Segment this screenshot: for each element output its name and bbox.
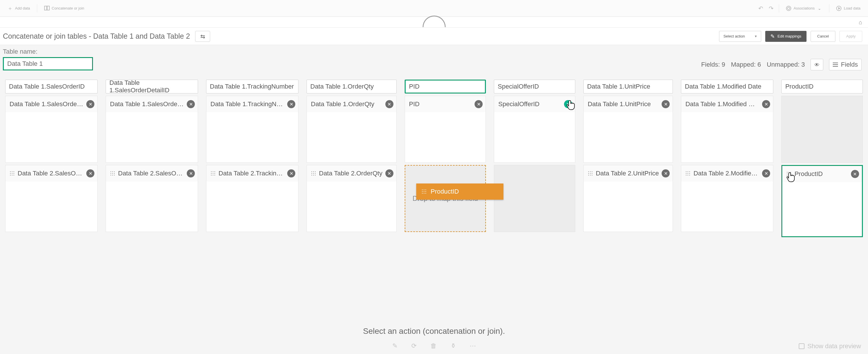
source-table2-slot[interactable]: Data Table 2.OrderQty✕ xyxy=(307,165,397,232)
remove-field-icon[interactable]: ✕ xyxy=(385,169,394,178)
redo-button[interactable] xyxy=(768,6,774,11)
mapping-column: Data Table 1.Modified DateData Table 1.M… xyxy=(681,79,773,232)
drag-handle-icon[interactable] xyxy=(311,171,316,176)
concat-icon xyxy=(44,6,49,11)
source-table1-slot[interactable]: Data Table 1.OrderQty✕ xyxy=(307,96,397,163)
preview-toggle-button[interactable] xyxy=(811,59,823,70)
refresh-icon[interactable]: ⟳ xyxy=(411,342,416,350)
remove-field-icon[interactable]: ✕ xyxy=(86,169,94,178)
cancel-button[interactable]: Cancel xyxy=(811,31,835,42)
remove-field-icon[interactable]: ✕ xyxy=(661,169,670,178)
remove-field-icon[interactable]: ✕ xyxy=(187,100,195,108)
mapping-column: Data Table 1.SalesOrderDetailIDData Tabl… xyxy=(106,79,198,232)
topbar: Add data Concatenate or join Association… xyxy=(0,0,868,17)
filter-icon[interactable]: ⚱ xyxy=(451,342,456,350)
swap-tables-button[interactable]: ⇆ xyxy=(195,31,210,42)
field-chip[interactable]: Data Table 1.UnitPrice✕ xyxy=(584,96,673,112)
field-chip[interactable]: Data Table 2.SalesOr…✕ xyxy=(106,165,198,182)
source-table1-slot[interactable]: Data Table 1.UnitPrice✕ xyxy=(583,96,673,163)
column-header-input[interactable]: Data Table 1.OrderQty xyxy=(307,79,397,94)
associations-button[interactable]: Associations xyxy=(784,0,824,18)
load-data-button[interactable]: Load data xyxy=(835,0,862,18)
more-icon[interactable]: ⋯ xyxy=(470,342,476,350)
remove-field-icon[interactable]: ✕ xyxy=(661,100,670,108)
column-header-input[interactable]: Data Table 1.Modified Date xyxy=(681,79,773,94)
field-chip[interactable]: Data Table 2.OrderQty✕ xyxy=(307,165,396,182)
cursor-indicator xyxy=(786,171,797,183)
remove-field-icon[interactable]: ✕ xyxy=(287,169,295,178)
source-table1-slot[interactable] xyxy=(781,96,863,163)
table-name-input[interactable]: Data Table 1 xyxy=(3,57,93,70)
drag-handle-icon[interactable] xyxy=(9,171,15,176)
source-table1-slot[interactable]: Data Table 1.SalesOrderID✕ xyxy=(5,96,98,163)
column-header-input[interactable]: SpecialOfferID xyxy=(494,79,575,94)
field-chip[interactable]: Data Table 1.SalesOrderID✕ xyxy=(5,96,97,112)
drag-handle-icon[interactable] xyxy=(110,171,115,176)
mapping-column: Data Table 1.SalesOrderIDData Table 1.Sa… xyxy=(5,79,98,232)
remove-field-icon[interactable]: ✕ xyxy=(474,100,483,108)
remove-field-icon[interactable]: ✕ xyxy=(762,169,770,178)
field-chip[interactable]: PID✕ xyxy=(405,96,486,112)
source-table2-slot[interactable] xyxy=(494,165,575,232)
show-data-preview[interactable]: Show data preview xyxy=(799,343,861,350)
source-table2-slot[interactable]: Drop to map this fieldProductID xyxy=(405,165,486,232)
edit-icon[interactable]: ✎ xyxy=(392,342,398,350)
source-table2-slot[interactable]: Data Table 2.UnitPrice✕ xyxy=(583,165,673,232)
source-table2-slot[interactable]: Data Table 2.Modifie…✕ xyxy=(681,165,773,232)
source-table2-slot[interactable]: Data Table 2.SalesOr…✕ xyxy=(5,165,98,232)
table-name-label: Table name: xyxy=(3,48,862,55)
drag-handle-icon[interactable] xyxy=(685,171,690,176)
remove-field-icon[interactable]: ✕ xyxy=(762,100,770,108)
delete-icon[interactable]: 🗑 xyxy=(430,342,437,350)
field-chip[interactable]: Data Table 1.TrackingNu…✕ xyxy=(207,96,298,112)
field-chip-label: Data Table 1.UnitPrice xyxy=(588,100,659,108)
remove-field-icon[interactable]: ✕ xyxy=(187,169,195,178)
field-chip[interactable]: Data Table 1.SalesOrder…✕ xyxy=(106,96,198,112)
source-table2-slot[interactable]: ProductID✕ xyxy=(781,165,863,237)
fields-menu-button[interactable]: Fields xyxy=(829,59,862,70)
expand-panel-handle[interactable] xyxy=(423,15,446,27)
undo-button[interactable] xyxy=(758,6,763,11)
source-table1-slot[interactable]: SpecialOfferID✕ xyxy=(494,96,575,163)
field-chip[interactable]: Data Table 2.SalesOr…✕ xyxy=(5,165,97,182)
drag-ghost: ProductID xyxy=(416,184,503,200)
unmapped-count: Unmapped: 3 xyxy=(767,61,805,68)
field-chip[interactable]: Data Table 1.Modified Date✕ xyxy=(681,96,773,112)
column-header-input[interactable]: Data Table 1.UnitPrice xyxy=(583,79,673,94)
field-chip-label: PID xyxy=(409,100,472,108)
home-button[interactable]: ⌂ xyxy=(859,19,862,26)
remove-field-icon[interactable]: ✕ xyxy=(385,100,394,108)
remove-field-icon[interactable]: ✕ xyxy=(851,170,859,178)
field-chip[interactable]: Data Table 2.Modifie…✕ xyxy=(681,165,773,182)
column-header-input[interactable]: Data Table 1.SalesOrderDetailID xyxy=(106,79,198,94)
column-header-input[interactable]: PID xyxy=(405,79,486,94)
eye-icon xyxy=(814,61,819,68)
fields-count: Fields: 9 xyxy=(701,61,725,68)
field-chip-label: SpecialOfferID xyxy=(498,100,561,108)
source-table1-slot[interactable]: Data Table 1.SalesOrder…✕ xyxy=(106,96,198,163)
remove-field-icon[interactable]: ✕ xyxy=(287,100,295,108)
edit-mappings-button[interactable]: Edit mappings xyxy=(765,31,807,42)
remove-field-icon[interactable]: ✕ xyxy=(86,100,94,108)
field-chip[interactable]: Data Table 2.UnitPrice✕ xyxy=(584,165,673,182)
source-table1-slot[interactable]: PID✕ xyxy=(405,96,486,163)
source-table2-slot[interactable]: Data Table 2.Trackin…✕ xyxy=(206,165,299,232)
field-chip[interactable]: SpecialOfferID✕ xyxy=(494,96,575,112)
play-icon xyxy=(836,6,841,11)
pencil-icon xyxy=(770,33,775,39)
column-header-input[interactable]: Data Table 1.SalesOrderID xyxy=(5,79,98,94)
add-data-button[interactable]: Add data xyxy=(6,0,32,18)
concat-join-button[interactable]: Concatenate or join xyxy=(42,0,86,18)
cursor-indicator xyxy=(566,99,577,110)
column-header-input[interactable]: Data Table 1.TrackingNumber xyxy=(206,79,299,94)
action-row: Concatenate or join tables - Data Table … xyxy=(0,28,868,45)
source-table2-slot[interactable]: Data Table 2.SalesOr…✕ xyxy=(106,165,198,232)
source-table1-slot[interactable]: Data Table 1.Modified Date✕ xyxy=(681,96,773,163)
column-header-input[interactable]: ProductID xyxy=(781,79,863,94)
source-table1-slot[interactable]: Data Table 1.TrackingNu…✕ xyxy=(206,96,299,163)
field-chip[interactable]: Data Table 2.Trackin…✕ xyxy=(207,165,298,182)
drag-handle-icon[interactable] xyxy=(211,171,216,176)
field-chip[interactable]: Data Table 1.OrderQty✕ xyxy=(307,96,396,112)
select-action-dropdown[interactable]: Select action ▾ xyxy=(719,31,761,42)
drag-handle-icon[interactable] xyxy=(588,171,593,176)
